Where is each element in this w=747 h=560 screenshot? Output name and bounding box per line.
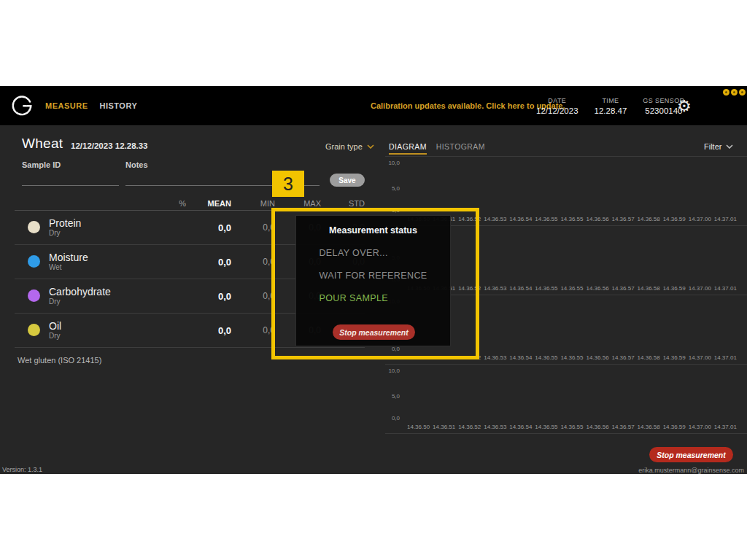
parameter-color-icon [28, 324, 40, 336]
x-tick-label: 14.37.00 [689, 354, 711, 361]
save-button[interactable]: Save [330, 174, 365, 187]
value-mean: 0,0 [186, 222, 231, 233]
x-tick-label: 14.36.54 [509, 354, 532, 361]
x-tick-label: 14.36.58 [638, 285, 660, 292]
value-mean: 0,0 [186, 257, 231, 268]
y-tick-label: 5,0 [387, 393, 400, 400]
gear-icon[interactable]: ⚙ [677, 86, 692, 125]
x-tick-label: 14.36.55 [560, 285, 583, 292]
x-tick-label: 14.36.52 [458, 216, 481, 222]
x-tick-label: 14.36.56 [586, 354, 608, 361]
row-labels: CarbohydrateDry [49, 287, 111, 306]
wet-gluten-footnote: Wet gluten (ISO 21415) [18, 356, 101, 365]
y-tick-label: 10,0 [387, 368, 400, 374]
dialog-status-line: POUR SAMPLE [319, 293, 427, 303]
parameter-name: Oil [49, 321, 61, 332]
y-tick-label: 0,0 [387, 207, 400, 214]
chart-tabs: DIAGRAM HISTOGRAM [389, 142, 485, 155]
x-tick-label: 14.36.55 [535, 216, 557, 222]
grain-type-label: Grain type [325, 142, 363, 151]
sample-grain-title: Wheat [22, 136, 63, 152]
dialog-stop-measurement-button[interactable]: Stop measurement [333, 324, 415, 340]
chevron-down-icon [726, 144, 733, 149]
value-mean: 0,0 [186, 291, 231, 302]
row-name-cell: ProteinDry [15, 218, 150, 237]
x-tick-label: 14.36.58 [638, 216, 660, 222]
col-max: MAX [275, 199, 321, 208]
x-tick-label: 14.36.59 [663, 285, 686, 292]
user-email: erika.mustermann@grainsense.com [638, 467, 744, 474]
parameter-basis: Wet [49, 263, 88, 271]
x-tick-label: 14.36.57 [612, 216, 635, 222]
x-tick-label: 14.36.54 [509, 216, 532, 222]
dialog-title: Measurement status [329, 225, 417, 236]
col-mean: MEAN [186, 199, 231, 208]
row-labels: ProteinDry [49, 218, 81, 237]
tab-measure[interactable]: MEASURE [45, 101, 88, 110]
x-tick-label: 14.36.59 [663, 354, 686, 361]
x-tick-label: 14.36.55 [535, 354, 557, 361]
x-tick-label: 14.37.01 [714, 285, 737, 292]
value-min: 0,0 [231, 291, 275, 301]
row-name-cell: OilDry [15, 321, 150, 340]
x-tick-label: 14.37.00 [689, 424, 711, 430]
info-value: 12.28.47 [595, 106, 627, 115]
status-dot-icon [731, 89, 738, 96]
x-tick-labels: 14.36.5014.36.5114.36.5214.36.5314.36.54… [407, 285, 737, 292]
info-value: 12/12/2023 [536, 106, 578, 115]
status-dot-icon [739, 89, 746, 96]
parameter-color-icon [28, 221, 40, 233]
x-tick-label: 14.36.55 [535, 424, 557, 430]
sample-id-input[interactable] [22, 185, 119, 186]
x-tick-label: 14.37.00 [689, 285, 711, 292]
parameter-basis: Dry [49, 332, 61, 340]
notes-label: Notes [125, 160, 148, 169]
info-label: DATE [536, 97, 578, 104]
x-tick-label: 14.36.53 [484, 354, 506, 361]
page: MEASURE HISTORY Calibration updates avai… [0, 0, 747, 560]
status-dots [723, 89, 746, 96]
x-tick-labels: 14.36.5014.36.5114.36.5214.36.5314.36.54… [407, 424, 737, 430]
x-tick-label: 14.36.54 [509, 424, 532, 430]
row-name-cell: CarbohydrateDry [15, 287, 150, 306]
status-dot-icon [723, 89, 729, 96]
x-tick-label: 14.36.50 [407, 354, 430, 361]
measurement-status-dialog: Measurement status DELAY OVER...WAIT FOR… [295, 215, 451, 346]
chevron-down-icon [367, 144, 374, 149]
x-tick-label: 14.37.00 [689, 216, 711, 222]
col-percent: % [150, 199, 186, 208]
stop-measurement-button[interactable]: Stop measurement [649, 447, 733, 462]
x-tick-label: 14.36.55 [535, 285, 557, 292]
x-tick-label: 14.36.57 [612, 424, 635, 430]
x-tick-label: 14.37.01 [714, 354, 737, 361]
row-name-cell: MoistureWet [15, 252, 150, 271]
y-tick-label: 5,0 [387, 185, 400, 192]
grain-type-dropdown[interactable]: Grain type [325, 142, 374, 151]
value-min: 0,0 [231, 222, 275, 233]
filter-label: Filter [704, 142, 721, 151]
tutorial-step-badge: 3 [272, 171, 304, 197]
parameter-basis: Dry [49, 229, 81, 237]
info-label: TIME [595, 97, 627, 104]
x-tick-label: 14.36.51 [433, 354, 455, 361]
tab-history[interactable]: HISTORY [100, 101, 138, 110]
value-mean: 0,0 [186, 325, 231, 336]
x-tick-label: 14.36.56 [586, 424, 608, 430]
x-tick-label: 14.36.58 [638, 354, 660, 361]
filter-dropdown[interactable]: Filter [704, 142, 733, 151]
tab-histogram[interactable]: HISTOGRAM [436, 142, 485, 155]
col-min: MIN [231, 199, 275, 208]
info-column: DATE12/12/2023 [536, 97, 578, 115]
x-tick-label: 14.36.53 [484, 424, 506, 430]
parameter-color-icon [28, 255, 40, 268]
x-tick-label: 14.36.52 [458, 424, 481, 430]
app-version: Version: 1.3.1 [2, 466, 42, 473]
value-min: 0,0 [231, 257, 275, 267]
value-min: 0,0 [231, 325, 275, 335]
tab-diagram[interactable]: DIAGRAM [389, 142, 427, 155]
row-labels: MoistureWet [49, 252, 88, 271]
info-column: TIME12.28.47 [595, 97, 627, 115]
parameter-name: Protein [49, 218, 81, 229]
x-tick-label: 14.36.57 [612, 354, 635, 361]
x-tick-label: 14.36.51 [433, 424, 455, 430]
